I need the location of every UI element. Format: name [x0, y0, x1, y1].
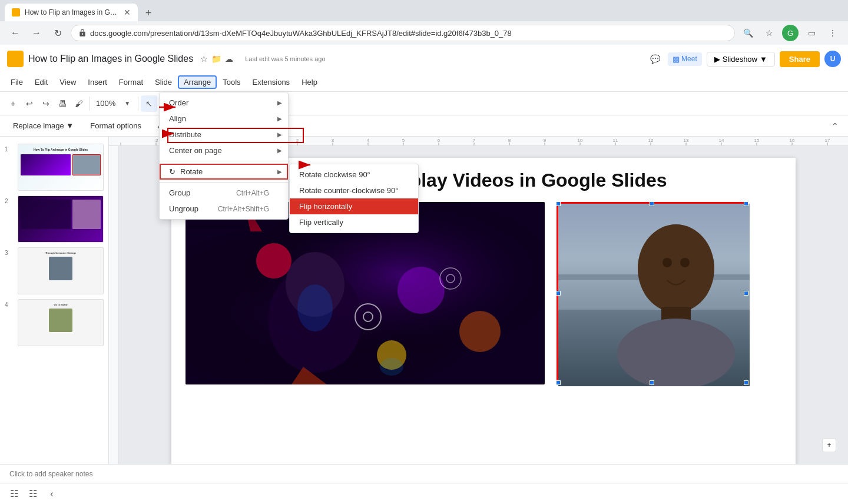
selection-handle-tr[interactable]: [744, 201, 748, 206]
redo-button[interactable]: ↪: [38, 95, 54, 112]
paint-format-button[interactable]: 🖌: [71, 95, 87, 112]
menu-item-tools[interactable]: Tools: [217, 75, 246, 89]
selection-handle-mr[interactable]: [744, 291, 748, 296]
slideshow-dropdown-icon: ▼: [760, 55, 767, 64]
thumbnail-1[interactable]: 1 How To Flip An Image in Google Slides: [0, 141, 108, 193]
svg-text:10: 10: [578, 138, 583, 143]
zoom-dropdown-icon[interactable]: ▼: [119, 95, 135, 112]
list-view-button[interactable]: ☷: [26, 487, 40, 501]
svg-point-63: [662, 258, 672, 267]
thumbnail-2[interactable]: 2: [0, 193, 108, 245]
zoom-level[interactable]: 100%: [92, 98, 119, 109]
extensions-icon[interactable]: ▭: [803, 25, 820, 41]
thumb-num-1: 1: [5, 146, 13, 152]
lock-icon: [78, 29, 87, 37]
thumb-num-4: 4: [5, 301, 13, 308]
menu-item-arrange[interactable]: Arrange: [178, 75, 217, 89]
collapse-panel-button[interactable]: ‹: [45, 487, 59, 501]
svg-text:9: 9: [544, 138, 546, 143]
app-logo: [7, 51, 24, 67]
new-tab-button[interactable]: +: [140, 5, 157, 21]
meet-icon[interactable]: ▩ Meet: [668, 52, 702, 66]
menu-icon[interactable]: ⋮: [824, 25, 841, 41]
arrange-align[interactable]: Align: [160, 111, 288, 127]
arrange-center[interactable]: Center on page: [160, 142, 288, 158]
forward-button[interactable]: →: [28, 25, 45, 41]
meet-icon-symbol: ▩: [673, 55, 680, 64]
reload-button[interactable]: ↻: [49, 25, 66, 41]
svg-point-62: [617, 319, 735, 386]
format-options-button[interactable]: Format options: [84, 119, 147, 132]
thumbnail-3[interactable]: 3 Through Computer Storage: [0, 245, 108, 297]
arrange-dropdown: Order Align Distribute Center on page ↻ …: [159, 92, 289, 220]
menu-item-file[interactable]: File: [5, 75, 29, 89]
star-icon[interactable]: ☆: [200, 54, 208, 64]
profile-icon[interactable]: G: [782, 25, 799, 41]
cursor-tool[interactable]: ↖: [141, 95, 157, 112]
svg-text:15: 15: [754, 138, 760, 143]
svg-point-49: [459, 311, 501, 352]
flip-vertical-item[interactable]: Flip vertically: [290, 214, 418, 230]
chat-icon[interactable]: 💬: [647, 51, 663, 67]
speaker-notes[interactable]: Click to add speaker notes: [0, 464, 848, 483]
meet-label: Meet: [681, 55, 697, 63]
menu-item-insert[interactable]: Insert: [82, 75, 113, 89]
menu-item-view[interactable]: View: [54, 75, 82, 89]
play-icon: ▶: [714, 55, 720, 64]
search-icon[interactable]: 🔍: [740, 25, 756, 41]
tab-title: How to Flip an Images in Google: [25, 8, 119, 16]
svg-text:17: 17: [825, 138, 830, 143]
undo-button[interactable]: ↩: [21, 95, 38, 112]
arrange-rotate[interactable]: ↻ Rotate Rotate clockwise 90° Rotate cou…: [160, 164, 288, 180]
menu-item-edit[interactable]: Edit: [29, 75, 54, 89]
share-button[interactable]: Share: [780, 51, 820, 67]
selection-handle-tc[interactable]: [650, 201, 654, 206]
arrange-ungroup[interactable]: Ungroup Ctrl+Alt+Shift+G: [160, 201, 288, 217]
tab-close-icon[interactable]: ✕: [124, 8, 131, 17]
selection-handle-bc[interactable]: [650, 380, 654, 385]
selection-handle-bl[interactable]: [556, 380, 561, 385]
flip-horizontal-item[interactable]: Flip horizontally: [290, 198, 418, 214]
svg-text:11: 11: [613, 138, 618, 143]
svg-text:-2: -2: [154, 138, 158, 143]
thumb-slide-3: Through Computer Storage: [18, 247, 104, 294]
rotate-cw[interactable]: Rotate clockwise 90°: [290, 167, 418, 183]
address-bar[interactable]: docs.google.com/presentation/d/13sm-dXeM…: [71, 25, 735, 41]
selected-image[interactable]: [556, 202, 748, 384]
expand-button[interactable]: +: [822, 438, 836, 452]
selection-handle-tl[interactable]: [556, 201, 561, 206]
selection-handle-ml[interactable]: [556, 291, 561, 296]
url-text: docs.google.com/presentation/d/13sm-dXeM…: [90, 29, 512, 38]
arrange-order[interactable]: Order: [160, 95, 288, 111]
print-button[interactable]: 🖶: [54, 95, 71, 112]
slideshow-label: Slideshow: [723, 55, 757, 64]
context-toolbar: Replace image ▼ Format options Animate ⌃: [0, 115, 848, 137]
bookmark-icon[interactable]: ☆: [761, 25, 777, 41]
move-to-folder-icon[interactable]: 📁: [211, 54, 221, 64]
rotate-ccw[interactable]: Rotate counter-clockwise 90°: [290, 183, 418, 198]
thumbnails-panel: 1 How To Flip An Image in Google Slides …: [0, 137, 109, 464]
cloud-saved-icon[interactable]: ☁: [225, 54, 233, 64]
selection-handle-br[interactable]: [744, 380, 748, 385]
active-tab[interactable]: How to Flip an Images in Google ✕: [5, 4, 138, 21]
menu-item-format[interactable]: Format: [113, 75, 149, 89]
grid-view-button[interactable]: ☷: [7, 487, 21, 501]
panel-collapse-button[interactable]: ⌃: [829, 120, 841, 132]
svg-text:2: 2: [296, 138, 299, 143]
rotate-cw-label: Rotate clockwise 90°: [299, 170, 370, 179]
replace-image-button[interactable]: Replace image ▼: [7, 119, 80, 132]
svg-text:7: 7: [473, 138, 476, 143]
svg-point-56: [380, 358, 403, 376]
add-slide-button[interactable]: +: [5, 95, 21, 112]
thumbnail-4[interactable]: 4 Go to Board: [0, 297, 108, 349]
menu-item-slide[interactable]: Slide: [149, 75, 178, 89]
last-edit-text: Last edit was 5 minutes ago: [245, 55, 325, 62]
arrange-group[interactable]: Group Ctrl+Alt+G: [160, 185, 288, 201]
user-avatar[interactable]: U: [824, 51, 841, 67]
menu-item-help[interactable]: Help: [296, 75, 323, 89]
ungroup-shortcut: Ctrl+Alt+Shift+G: [218, 205, 279, 213]
slideshow-button[interactable]: ▶ Slideshow ▼: [707, 52, 775, 67]
menu-item-extensions[interactable]: Extensions: [247, 75, 296, 89]
back-button[interactable]: ←: [7, 25, 24, 41]
arrange-distribute[interactable]: Distribute: [160, 127, 288, 142]
